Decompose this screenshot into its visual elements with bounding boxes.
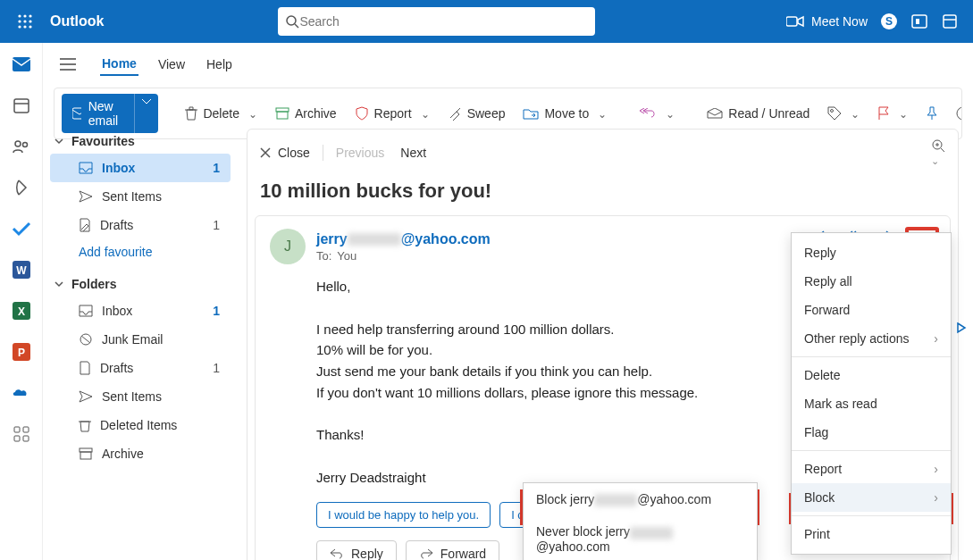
svg-point-20: [15, 141, 21, 146]
ctx-delete[interactable]: Delete: [792, 361, 951, 389]
header-right: Meet Now S: [786, 13, 966, 30]
tag-icon: [827, 106, 842, 121]
folders-header[interactable]: Folders: [50, 272, 231, 297]
tab-help[interactable]: Help: [205, 54, 234, 75]
onedrive-icon[interactable]: [11, 382, 32, 404]
svg-rect-17: [13, 57, 30, 71]
send-icon: [79, 390, 93, 403]
ctx-reply-all[interactable]: Reply all: [792, 267, 951, 296]
nav-folder-inbox[interactable]: Inbox1: [50, 297, 231, 325]
archive-icon: [275, 107, 289, 120]
ctx-block[interactable]: Block›: [792, 483, 951, 512]
top-header: Outlook Meet Now S: [0, 0, 973, 43]
my-day-icon[interactable]: [941, 13, 959, 30]
app-launcher-icon[interactable]: [7, 4, 43, 39]
ctx-forward[interactable]: Forward: [792, 296, 951, 324]
redacted-text: [630, 527, 673, 539]
people-icon[interactable]: [11, 136, 32, 157]
svg-rect-16: [944, 15, 956, 28]
meet-now-button[interactable]: Meet Now: [786, 14, 868, 29]
chevron-down-icon: [54, 136, 64, 146]
tab-view[interactable]: View: [156, 54, 187, 75]
nav-folder-archive[interactable]: Archive: [50, 439, 231, 468]
reply-button[interactable]: Reply: [316, 540, 397, 561]
calendar-icon[interactable]: [11, 95, 32, 116]
svg-point-39: [957, 107, 962, 120]
zoom-icon: [931, 138, 945, 153]
suggestion-1[interactable]: I would be happy to help you.: [316, 502, 491, 528]
search-container: [278, 7, 595, 36]
previous-button[interactable]: Previous: [336, 146, 384, 160]
ctx-mark-read[interactable]: Mark as read: [792, 389, 951, 418]
ctx-reply[interactable]: Reply: [792, 238, 951, 267]
trash-icon: [79, 418, 91, 432]
reading-header: Close Previous Next ⌄: [247, 130, 958, 176]
ctx-print[interactable]: Print: [792, 520, 951, 548]
svg-rect-36: [276, 108, 289, 112]
tabs-row: Home View Help: [54, 50, 962, 84]
side-panel-toggle[interactable]: [955, 322, 973, 339]
more-apps-icon[interactable]: [11, 423, 32, 445]
nav-folder-deleted[interactable]: Deleted Items: [50, 411, 231, 439]
sub-never-block[interactable]: Never block jerry@yahoo.com: [524, 515, 757, 560]
hamburger-icon[interactable]: [54, 50, 82, 79]
next-button[interactable]: Next: [400, 146, 426, 160]
favourites-header[interactable]: Favourites: [50, 129, 231, 154]
nav-fav-inbox[interactable]: Inbox1: [50, 154, 231, 182]
email-subject: 10 million bucks for you!: [247, 176, 958, 215]
skype-icon[interactable]: S: [880, 13, 898, 30]
nav-folder-sent[interactable]: Sent Items: [50, 382, 231, 411]
files-icon[interactable]: [11, 177, 32, 198]
search-box[interactable]: [278, 7, 595, 36]
nav-folder-drafts[interactable]: Drafts1: [50, 354, 231, 382]
excel-icon[interactable]: X: [11, 300, 32, 322]
zoom-button[interactable]: ⌄: [931, 138, 945, 167]
mail-compose-icon: [72, 107, 81, 120]
left-rail: W X P: [0, 43, 43, 560]
avatar[interactable]: J: [270, 229, 306, 264]
sender-name[interactable]: jerry@yahoo.com: [316, 231, 491, 247]
draft-icon: [79, 361, 91, 375]
powerpoint-icon[interactable]: P: [11, 341, 32, 363]
search-input[interactable]: [299, 14, 588, 29]
block-submenu: Block jerry@yahoo.com Never block jerry@…: [523, 482, 758, 560]
sweep-icon: [448, 106, 462, 121]
junk-icon: [79, 333, 93, 346]
svg-point-2: [29, 14, 31, 17]
chevron-down-icon: [54, 279, 64, 289]
folder-move-icon: [523, 107, 539, 120]
chevron-right-icon: ›: [934, 462, 938, 476]
mail-icon[interactable]: [11, 54, 32, 75]
nav-fav-sent[interactable]: Sent Items: [50, 182, 231, 211]
close-button[interactable]: Close: [260, 146, 310, 160]
inbox-icon: [79, 162, 93, 174]
add-favourite-link[interactable]: Add favourite: [50, 245, 231, 259]
chevron-right-icon: ›: [934, 331, 938, 346]
envelope-open-icon: [707, 108, 723, 119]
svg-rect-42: [80, 448, 92, 452]
svg-point-5: [29, 20, 31, 22]
svg-line-41: [81, 336, 90, 343]
app-name: Outlook: [50, 13, 104, 29]
shield-icon: [355, 106, 369, 121]
sub-block-sender[interactable]: Block jerry@yahoo.com: [524, 483, 757, 515]
svg-rect-37: [277, 112, 288, 119]
teams-icon[interactable]: [910, 13, 928, 30]
close-icon: [260, 147, 271, 158]
ctx-report[interactable]: Report›: [792, 455, 951, 483]
draft-icon: [79, 218, 91, 232]
svg-rect-29: [23, 427, 29, 432]
ctx-flag[interactable]: Flag: [792, 418, 951, 447]
svg-point-6: [18, 25, 21, 28]
clock-icon: [956, 106, 962, 121]
trash-icon: [185, 106, 197, 121]
nav-fav-drafts[interactable]: Drafts1: [50, 211, 231, 239]
ctx-other-reply[interactable]: Other reply actions›: [792, 324, 951, 353]
nav-folder-junk[interactable]: Junk Email: [50, 325, 231, 354]
forward-button[interactable]: Forward: [406, 540, 499, 561]
word-icon[interactable]: W: [11, 259, 32, 280]
tab-home[interactable]: Home: [100, 53, 138, 76]
svg-point-38: [831, 110, 834, 113]
pin-icon: [926, 106, 938, 121]
todo-icon[interactable]: [11, 218, 32, 239]
